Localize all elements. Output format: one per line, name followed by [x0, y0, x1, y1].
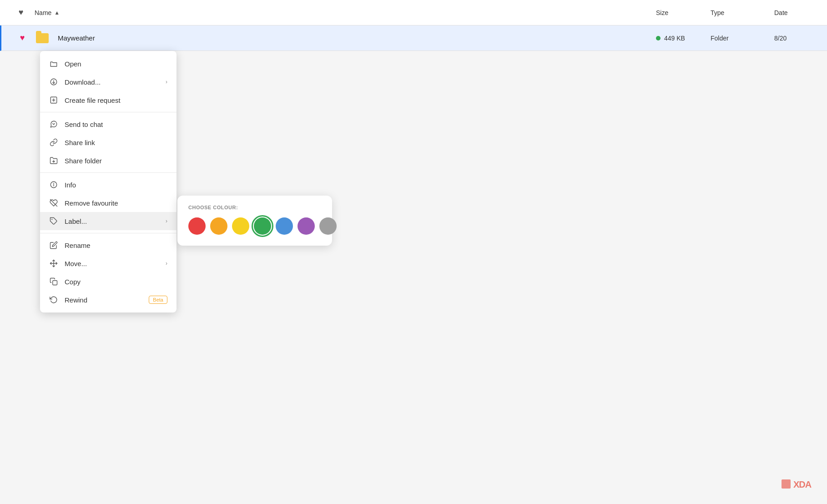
sync-status-dot [656, 36, 661, 40]
menu-item-share-folder[interactable]: Share folder [40, 151, 176, 170]
divider-1 [40, 112, 176, 112]
sort-asc-icon: ▲ [54, 10, 60, 16]
menu-item-share-link[interactable]: Share link [40, 133, 176, 151]
menu-label-share-folder: Share folder [65, 157, 102, 165]
context-menu: Open Download... › Create file request S… [40, 51, 176, 312]
colour-gray[interactable] [319, 217, 337, 235]
colour-blue[interactable] [276, 217, 293, 235]
menu-item-create-file-request[interactable]: Create file request [40, 91, 176, 109]
file-row-mayweather[interactable]: ♥ Mayweather 449 KB Folder 8/20 [0, 25, 827, 51]
header-name-col[interactable]: Name ▲ [35, 9, 656, 16]
file-icon-col [36, 33, 54, 43]
label-arrow-icon: › [166, 218, 167, 224]
menu-label-share-link: Share link [65, 139, 95, 146]
header-size-col[interactable]: Size [656, 9, 711, 16]
colour-picker: CHOOSE COLOUR: [177, 196, 332, 246]
label-icon [49, 217, 58, 226]
header-name-label: Name [35, 9, 51, 16]
colour-circles [188, 217, 321, 235]
header-fav-col: ♥ [7, 8, 35, 17]
file-fav-col: ♥ [9, 33, 36, 43]
menu-label-rename: Rename [65, 242, 91, 249]
header-heart-icon: ♥ [19, 8, 24, 17]
move-icon [49, 259, 58, 268]
colour-purple[interactable] [298, 217, 315, 235]
menu-item-open[interactable]: Open [40, 55, 176, 73]
rewind-icon [49, 295, 58, 304]
menu-item-send-to-chat[interactable]: Send to chat [40, 115, 176, 133]
menu-item-move[interactable]: Move... › [40, 254, 176, 272]
menu-item-label[interactable]: Label... › [40, 212, 176, 230]
move-arrow-icon: › [166, 260, 167, 267]
send-to-chat-icon [49, 120, 58, 129]
menu-label-label: Label... [65, 217, 87, 225]
menu-label-rewind: Rewind [65, 296, 87, 304]
svg-rect-10 [782, 479, 791, 489]
menu-label-send-to-chat: Send to chat [65, 121, 103, 128]
menu-label-info: Info [65, 181, 76, 189]
header-date-label: Date [774, 9, 788, 16]
header-type-col[interactable]: Type [711, 9, 774, 16]
svg-text:XDA: XDA [793, 479, 812, 489]
file-type: Folder [711, 35, 774, 42]
beta-badge: Beta [149, 296, 167, 304]
xda-watermark: XDA [782, 479, 818, 495]
download-arrow-icon: › [166, 79, 167, 85]
svg-rect-9 [53, 281, 57, 285]
info-icon [49, 180, 58, 189]
header-date-col[interactable]: Date [774, 9, 820, 16]
menu-label-remove-favourite: Remove favourite [65, 199, 118, 207]
rename-icon [49, 241, 58, 250]
divider-2 [40, 172, 176, 173]
svg-point-6 [51, 219, 52, 220]
file-date: 8/20 [774, 35, 820, 42]
menu-label-create-file-request: Create file request [65, 96, 121, 104]
menu-item-info[interactable]: Info [40, 176, 176, 194]
menu-label-open: Open [65, 60, 81, 68]
colour-green[interactable] [254, 217, 271, 235]
menu-item-download[interactable]: Download... › [40, 73, 176, 91]
share-folder-icon [49, 156, 58, 165]
divider-3 [40, 233, 176, 233]
colour-picker-title: CHOOSE COLOUR: [188, 205, 321, 210]
download-icon [49, 77, 58, 86]
header-size-label: Size [656, 9, 668, 16]
file-size: 449 KB [656, 35, 711, 42]
menu-item-copy[interactable]: Copy [40, 272, 176, 291]
colour-yellow[interactable] [232, 217, 249, 235]
header-type-label: Type [711, 9, 724, 16]
copy-icon [49, 277, 58, 286]
share-link-icon [49, 138, 58, 147]
menu-label-move: Move... [65, 260, 87, 267]
open-icon [49, 59, 58, 68]
colour-orange[interactable] [210, 217, 227, 235]
favourite-heart-icon: ♥ [20, 33, 25, 43]
menu-item-rename[interactable]: Rename [40, 236, 176, 254]
menu-item-rewind[interactable]: Rewind Beta [40, 291, 176, 309]
menu-label-download: Download... [65, 78, 101, 86]
file-name: Mayweather [54, 34, 656, 42]
remove-favourite-icon [49, 198, 58, 207]
file-list-header: ♥ Name ▲ Size Type Date [0, 0, 827, 25]
colour-red[interactable] [188, 217, 206, 235]
menu-label-copy: Copy [65, 278, 81, 286]
create-file-request-icon [49, 96, 58, 105]
folder-icon [36, 33, 49, 43]
menu-item-remove-favourite[interactable]: Remove favourite [40, 194, 176, 212]
